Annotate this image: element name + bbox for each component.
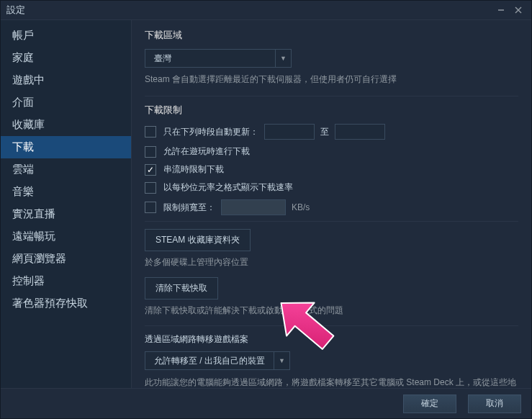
divider (145, 96, 518, 96)
lan-transfer-select[interactable]: 允許轉移至 / 出我自己的裝置 ▼ (145, 351, 290, 370)
sidebar-item-account[interactable]: 帳戶 (1, 24, 131, 47)
allow-while-playing-checkbox[interactable] (145, 146, 156, 158)
footer: 確定 取消 (1, 388, 531, 418)
window-title: 設定 (6, 4, 491, 17)
download-region-value: 臺灣 (145, 50, 275, 67)
throttle-streaming-checkbox[interactable] (145, 164, 156, 176)
bandwidth-unit: KB/s (292, 202, 310, 212)
schedule-label: 只在下列時段自動更新： (163, 126, 258, 138)
sidebar-item-interface[interactable]: 介面 (1, 91, 131, 114)
bandwidth-limit-input[interactable] (221, 199, 286, 215)
library-folders-desc: 於多個硬碟上管理內容位置 (145, 256, 518, 269)
sidebar-item-shader-cache[interactable]: 著色器預存快取 (1, 292, 131, 315)
show-bits-label: 以每秒位元率之格式顯示下載速率 (163, 181, 293, 194)
clear-cache-desc: 清除下載快取或許能解決下載或啟動應用程式的問題 (145, 304, 518, 317)
region-hint: Steam 會自動選擇距離最近的下載伺服器，但使用者仍可自行選擇 (145, 73, 518, 86)
lan-transfer-heading: 透過區域網路轉移遊戲檔案 (145, 333, 518, 346)
allow-while-playing-label: 允許在遊玩時進行下載 (163, 145, 250, 158)
close-button[interactable] (511, 4, 526, 17)
settings-window: 設定 帳戶 家庭 遊戲中 介面 收藏庫 下載 雲端 音樂 實況直播 遠端暢玩 網… (0, 0, 532, 419)
schedule-end-input[interactable] (335, 124, 385, 140)
minimize-button[interactable] (494, 4, 508, 17)
clear-cache-button[interactable]: 清除下載快取 (145, 277, 218, 299)
cancel-button[interactable]: 取消 (468, 395, 521, 413)
sidebar-item-music[interactable]: 音樂 (1, 181, 131, 203)
chevron-down-icon: ▼ (274, 352, 289, 369)
sidebar-item-controller[interactable]: 控制器 (1, 270, 131, 292)
bandwidth-limit-checkbox[interactable] (145, 202, 156, 213)
show-bits-checkbox[interactable] (145, 182, 156, 194)
lan-transfer-desc: 此功能讓您的電腦能夠透過區域網路，將遊戲檔案轉移至其它電腦或 Steam Dec… (145, 376, 518, 388)
sidebar-item-downloads[interactable]: 下載 (1, 136, 131, 158)
to-label: 至 (320, 126, 329, 138)
sidebar: 帳戶 家庭 遊戲中 介面 收藏庫 下載 雲端 音樂 實況直播 遠端暢玩 網頁瀏覽… (1, 20, 132, 388)
schedule-start-input[interactable] (264, 124, 315, 140)
sidebar-item-library[interactable]: 收藏庫 (1, 114, 131, 136)
divider (145, 221, 518, 222)
chevron-down-icon: ▼ (275, 50, 291, 67)
limits-heading: 下載限制 (145, 104, 518, 117)
sidebar-item-family[interactable]: 家庭 (1, 47, 131, 69)
sidebar-item-cloud[interactable]: 雲端 (1, 158, 131, 181)
throttle-streaming-label: 串流時限制下載 (163, 163, 224, 176)
region-heading: 下載區域 (145, 29, 518, 42)
download-region-select[interactable]: 臺灣 ▼ (145, 49, 292, 68)
sidebar-item-in-game[interactable]: 遊戲中 (1, 69, 131, 91)
content-pane: 下載區域 臺灣 ▼ Steam 會自動選擇距離最近的下載伺服器，但使用者仍可自行… (132, 20, 531, 388)
bandwidth-limit-label: 限制頻寬至： (163, 202, 215, 214)
sidebar-item-remote-play[interactable]: 遠端暢玩 (1, 225, 131, 248)
divider (145, 325, 518, 326)
ok-button[interactable]: 確定 (403, 395, 456, 413)
titlebar: 設定 (1, 1, 531, 19)
sidebar-item-broadcast[interactable]: 實況直播 (1, 203, 131, 225)
sidebar-item-web-browser[interactable]: 網頁瀏覽器 (1, 248, 131, 270)
schedule-checkbox[interactable] (145, 126, 156, 138)
library-folders-button[interactable]: STEAM 收藏庫資料夾 (145, 229, 251, 251)
lan-transfer-value: 允許轉移至 / 出我自己的裝置 (145, 352, 274, 369)
